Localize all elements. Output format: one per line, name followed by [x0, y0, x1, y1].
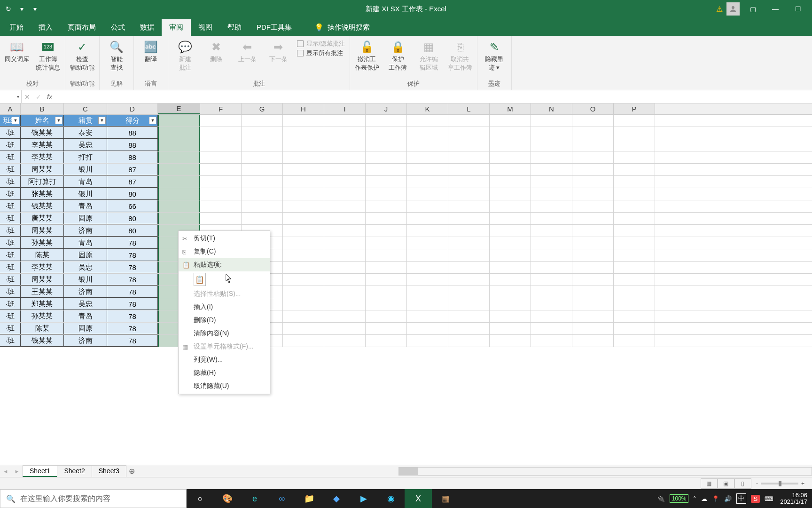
col-header-J[interactable]: J: [366, 103, 407, 114]
ribbon-btn-prowb[interactable]: 🔒保护工作簿: [384, 38, 412, 79]
cell[interactable]: [407, 249, 448, 261]
cell[interactable]: [324, 151, 366, 163]
cell[interactable]: [283, 262, 324, 273]
filter-icon[interactable]: ▼: [149, 117, 156, 124]
cell[interactable]: 吴忠: [64, 139, 107, 151]
cell[interactable]: ·班: [0, 127, 21, 139]
cell[interactable]: [490, 274, 531, 286]
cell[interactable]: 钱某某: [21, 200, 64, 212]
col-header-B[interactable]: B: [21, 103, 64, 114]
cell[interactable]: 青岛: [64, 237, 107, 249]
ctx-item[interactable]: 取消隐藏(U): [179, 380, 270, 393]
cell[interactable]: [448, 262, 490, 273]
cell[interactable]: [242, 176, 283, 188]
cell[interactable]: [490, 298, 531, 310]
cell[interactable]: [324, 310, 366, 322]
excel-icon[interactable]: X: [405, 489, 432, 508]
col-header-K[interactable]: K: [407, 103, 448, 114]
maximize-button[interactable]: ☐: [789, 0, 807, 18]
power-icon[interactable]: 🔌: [657, 495, 665, 502]
cell[interactable]: [448, 200, 490, 212]
file-explorer-icon[interactable]: 📁: [296, 489, 323, 508]
cell[interactable]: [531, 323, 572, 334]
cell[interactable]: [531, 237, 572, 249]
ctx-item[interactable]: ⎘复制(C): [179, 245, 270, 258]
cell[interactable]: 青岛: [64, 200, 107, 212]
cell[interactable]: ·班: [0, 225, 21, 237]
cell[interactable]: 银川: [64, 188, 107, 200]
cell[interactable]: 88: [107, 127, 158, 139]
cell[interactable]: 泰安: [64, 127, 107, 139]
cell[interactable]: [490, 286, 531, 298]
ctx-item[interactable]: 📋粘贴选项:: [179, 258, 270, 271]
cell[interactable]: [531, 249, 572, 261]
cell[interactable]: 陈某: [21, 249, 64, 261]
cell[interactable]: [324, 274, 366, 286]
cell[interactable]: [407, 237, 448, 249]
ribbon-tab-3[interactable]: 公式: [103, 19, 133, 36]
cortana-icon[interactable]: ○: [187, 489, 214, 508]
cell[interactable]: 周某某: [21, 164, 64, 175]
ribbon-tab-0[interactable]: 开始: [2, 19, 31, 36]
cell[interactable]: [200, 188, 242, 200]
cell[interactable]: [448, 237, 490, 249]
cancel-formula-icon[interactable]: ✕: [24, 93, 30, 101]
ribbon-btn-stats[interactable]: 123工作簿统计信息: [34, 38, 62, 79]
cell[interactable]: [283, 213, 324, 224]
taskbar-search[interactable]: 🔍 在这里输入你要搜索的内容: [0, 489, 187, 508]
cell[interactable]: 87: [107, 176, 158, 188]
cell[interactable]: 济南: [64, 225, 107, 237]
cell[interactable]: [407, 335, 448, 347]
edge-icon[interactable]: e: [241, 489, 268, 508]
cell[interactable]: [531, 151, 572, 163]
keyboard-icon[interactable]: ⌨: [765, 495, 773, 502]
warning-icon[interactable]: ⚠: [716, 5, 723, 14]
cell[interactable]: [324, 249, 366, 261]
cell[interactable]: [242, 213, 283, 224]
cell[interactable]: [572, 286, 614, 298]
cell[interactable]: [283, 225, 324, 237]
cell[interactable]: [158, 115, 200, 127]
col-header-M[interactable]: M: [490, 103, 531, 114]
normal-view-button[interactable]: ▦: [701, 478, 718, 489]
cell[interactable]: [200, 176, 242, 188]
ribbon-btn-smart[interactable]: 🔍智能查找: [102, 38, 131, 79]
cell[interactable]: 孙某某: [21, 237, 64, 249]
cell[interactable]: [366, 127, 407, 139]
tell-me-text[interactable]: 操作说明搜索: [328, 23, 370, 32]
cell[interactable]: [407, 213, 448, 224]
cell[interactable]: [200, 139, 242, 151]
cell[interactable]: 固原: [64, 249, 107, 261]
ribbon-tab-8[interactable]: PDF工具集: [249, 19, 299, 36]
cell[interactable]: [158, 164, 200, 175]
cell[interactable]: [614, 176, 655, 188]
cell[interactable]: [407, 262, 448, 273]
cell[interactable]: [614, 139, 655, 151]
cell[interactable]: 青岛: [64, 176, 107, 188]
cell[interactable]: [366, 176, 407, 188]
ribbon-btn-ink[interactable]: ✎隐藏墨迹 ▾: [480, 38, 508, 79]
cell[interactable]: [324, 213, 366, 224]
cell[interactable]: 青岛: [64, 310, 107, 322]
cell[interactable]: 李某某: [21, 139, 64, 151]
tray-up-icon[interactable]: ˄: [693, 495, 696, 502]
cell[interactable]: [283, 176, 324, 188]
cell[interactable]: [572, 176, 614, 188]
cell[interactable]: [572, 200, 614, 212]
cell[interactable]: [572, 225, 614, 237]
cell[interactable]: [283, 127, 324, 139]
col-header-I[interactable]: I: [324, 103, 366, 114]
cell[interactable]: [324, 323, 366, 334]
cell[interactable]: 银川: [64, 164, 107, 175]
cell[interactable]: ·班: [0, 237, 21, 249]
cell[interactable]: [531, 310, 572, 322]
cell[interactable]: [614, 323, 655, 334]
cell[interactable]: ·班: [0, 249, 21, 261]
cell[interactable]: [283, 335, 324, 347]
account-avatar[interactable]: [726, 2, 740, 16]
cell[interactable]: 钱某某: [21, 335, 64, 347]
cell[interactable]: 得分▼: [107, 115, 158, 127]
cell[interactable]: [531, 176, 572, 188]
cell[interactable]: [366, 200, 407, 212]
cell[interactable]: [448, 323, 490, 334]
